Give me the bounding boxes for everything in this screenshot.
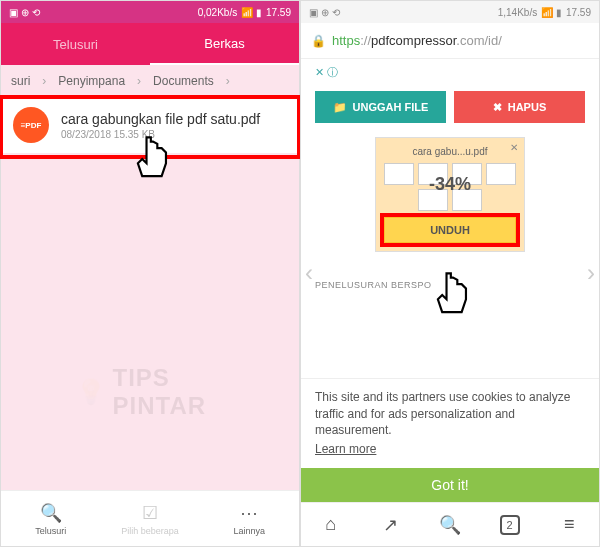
file-name: cara gabungkan file pdf satu.pdf	[61, 111, 287, 127]
share-icon[interactable]: ↗	[361, 503, 421, 546]
delete-button[interactable]: ✖HAPUS	[454, 91, 585, 123]
learn-more-link[interactable]: Learn more	[315, 441, 585, 458]
arrow-left-icon[interactable]: ‹	[305, 259, 313, 287]
url-bar[interactable]: 🔒 https://pdfcompressor.com/id/	[301, 23, 599, 59]
bottom-nav: 🔍Telusuri ☑Pilih beberapa ⋯Lainnya	[1, 490, 299, 546]
file-manager-tabs: Telusuri Berkas	[1, 23, 299, 65]
upload-button[interactable]: 📁UNGGAH FILE	[315, 91, 446, 123]
nav-browse[interactable]: 🔍Telusuri	[1, 491, 100, 546]
tab-files[interactable]: Berkas	[150, 24, 299, 65]
tabs-button[interactable]: 2	[480, 503, 540, 546]
pdf-icon	[13, 107, 49, 143]
close-icon: ✖	[493, 101, 502, 114]
ad-close[interactable]: ✕ ⓘ	[315, 65, 338, 80]
status-bar: ▣ ⊕ ⟲ 1,14Kb/s 📶 ▮ 17.59	[301, 1, 599, 23]
sponsored-label: PENELUSURAN BERSPO	[315, 280, 585, 290]
lock-icon: 🔒	[311, 34, 326, 48]
breadcrumb[interactable]: suri› Penyimpana› Documents›	[1, 65, 299, 97]
watermark: TIPS PINTAR	[76, 364, 225, 420]
right-phone: ▣ ⊕ ⟲ 1,14Kb/s 📶 ▮ 17.59 🔒 https://pdfco…	[300, 0, 600, 547]
download-button[interactable]: UNDUH	[384, 217, 516, 243]
preview-close-icon[interactable]: ✕	[510, 142, 518, 153]
browser-nav: ⌂ ↗ 🔍 2 ≡	[301, 502, 599, 546]
file-meta: 08/23/2018 15.35 KB	[61, 129, 287, 140]
search-icon[interactable]: 🔍	[420, 503, 480, 546]
cursor-icon	[431, 269, 475, 323]
tab-browse[interactable]: Telusuri	[1, 25, 150, 64]
nav-more[interactable]: ⋯Lainnya	[200, 491, 299, 546]
file-item[interactable]: cara gabungkan file pdf satu.pdf 08/23/2…	[1, 97, 299, 153]
folder-icon: 📁	[333, 101, 347, 114]
nav-select[interactable]: ☑Pilih beberapa	[100, 491, 199, 546]
file-preview: ✕ cara gabu...u.pdf -34% UNDUH	[375, 137, 525, 252]
cookie-notice: This site and its partners use cookies t…	[301, 378, 599, 468]
left-phone: ▣ ⊕ ⟲ 0,02Kb/s 📶 ▮ 17.59 Telusuri Berkas…	[0, 0, 300, 547]
menu-icon[interactable]: ≡	[539, 503, 599, 546]
status-bar: ▣ ⊕ ⟲ 0,02Kb/s 📶 ▮ 17.59	[1, 1, 299, 23]
arrow-right-icon[interactable]: ›	[587, 259, 595, 287]
file-list: cara gabungkan file pdf satu.pdf 08/23/2…	[1, 97, 299, 490]
home-icon[interactable]: ⌂	[301, 503, 361, 546]
compression-percent: -34%	[429, 174, 471, 195]
gotit-button[interactable]: Got it!	[301, 468, 599, 502]
